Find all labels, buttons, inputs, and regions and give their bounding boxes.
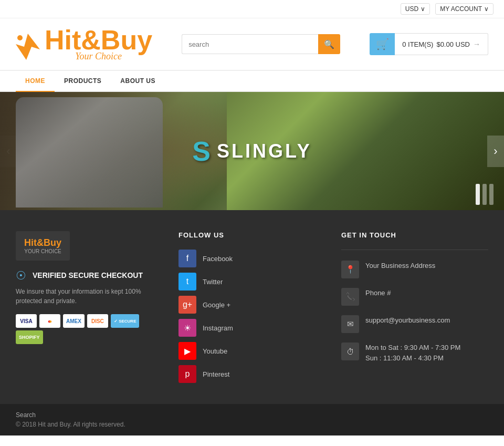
contact-phone: 📞 Phone # (341, 288, 488, 306)
phone-icon: 📞 (341, 288, 359, 306)
payment-discover: DISC (87, 314, 108, 328)
contact-email: ✉ support@yourbusiness.com (341, 315, 488, 333)
cart-items-count: 0 ITEM(S) (402, 40, 433, 48)
nav-products[interactable]: PRODUCTS (55, 71, 111, 91)
header: Hit&Buy Your Choice 🔍 🛒 0 ITEM(S) $0.00 … (0, 18, 504, 70)
hours-text: Mon to Sat : 9:30 AM - 7:30 PMSun : 11:3… (365, 343, 460, 363)
payment-amex: AMEX (63, 314, 85, 328)
shield-icon: ☉ (16, 269, 28, 282)
logo-main-text: Hit&Buy (45, 26, 152, 54)
logo-icon (16, 31, 42, 57)
slingly-s-letter: S (192, 136, 211, 167)
account-arrow: ∨ (484, 5, 489, 13)
hero-dot-3 (489, 184, 494, 205)
currency-selector[interactable]: USD ∨ (401, 3, 430, 15)
payment-secure-badge: ✓ SECURE (111, 314, 140, 328)
social-twitter[interactable]: t Twitter (178, 273, 326, 291)
address-icon: 📍 (341, 261, 359, 278)
clock-icon: ⏱ (341, 343, 359, 360)
slingly-brand-name: SLINGLY (217, 140, 312, 162)
payment-icons: VISA ●● AMEX DISC ✓ SECURE SHOPIFY (16, 314, 163, 344)
hero-scroll-indicator (476, 184, 494, 205)
footer-col-brand: Hit&Buy YOUR CHOICE ☉ VERIFIED SECURE CH… (16, 231, 178, 388)
googleplus-icon: g+ (178, 296, 196, 314)
pinterest-label: Pinterest (203, 370, 229, 378)
social-pinterest[interactable]: p Pinterest (178, 365, 326, 383)
footer-logo-box: Hit&Buy YOUR CHOICE (16, 231, 70, 261)
currency-label: USD (405, 5, 418, 13)
search-input[interactable] (182, 34, 318, 54)
email-icon: ✉ (341, 315, 359, 333)
slingly-logo: S SLINGLY (192, 136, 311, 167)
logo-area: Hit&Buy Your Choice (16, 26, 152, 62)
hero-next-button[interactable]: › (487, 136, 504, 167)
get-in-touch-title: GET IN TOUCH (341, 231, 488, 239)
social-youtube[interactable]: ▶ Youtube (178, 342, 326, 360)
search-area: 🔍 (182, 34, 340, 54)
search-button[interactable]: 🔍 (318, 34, 340, 54)
main-nav: HOME PRODUCTS ABOUT US (0, 70, 504, 92)
contact-hours: ⏱ Mon to Sat : 9:30 AM - 7:30 PMSun : 11… (341, 343, 488, 363)
follow-us-title: FOLLOW US (178, 231, 326, 239)
social-instagram[interactable]: ☀ Instagram (178, 319, 326, 337)
nav-about-us[interactable]: ABOUT US (111, 71, 165, 91)
pinterest-icon: p (178, 365, 196, 383)
twitter-icon: t (178, 273, 196, 291)
account-selector[interactable]: MY ACCOUNT ∨ (435, 3, 494, 15)
cart-info[interactable]: 0 ITEM(S) $0.00 USD → (395, 33, 488, 55)
account-label: MY ACCOUNT (440, 5, 482, 13)
hero-dot-1 (476, 184, 480, 205)
hero-shirt (16, 97, 163, 208)
cart-area: 🛒 0 ITEM(S) $0.00 USD → (370, 33, 488, 55)
verified-title: VERIFIED SECURE CHECKOUT (33, 271, 143, 279)
payment-visa: VISA (16, 314, 37, 328)
currency-arrow: ∨ (421, 5, 425, 13)
footer-copyright: © 2018 Hit and Buy. All rights reserved. (16, 421, 488, 428)
contact-address: 📍 Your Business Address (341, 261, 488, 278)
cart-total: $0.00 USD (436, 40, 470, 48)
email-text: support@yourbusiness.com (365, 315, 450, 326)
payment-shopify-badge: SHOPIFY (16, 330, 43, 344)
cart-icon: 🛒 (376, 38, 389, 50)
twitter-label: Twitter (203, 278, 223, 286)
phone-text: Phone # (365, 288, 391, 298)
footer-col-social: FOLLOW US f Facebook t Twitter g+ Google… (178, 231, 341, 388)
footer: Hit&Buy YOUR CHOICE ☉ VERIFIED SECURE CH… (0, 210, 504, 404)
footer-search-link[interactable]: Search (16, 411, 488, 419)
footer-description: We insure that your information is kept … (16, 287, 163, 306)
cart-arrow-icon: → (473, 40, 480, 48)
instagram-label: Instagram (203, 324, 233, 332)
cart-icon-button[interactable]: 🛒 (370, 33, 395, 55)
contact-divider (341, 250, 488, 250)
svg-point-1 (17, 35, 23, 40)
youtube-icon: ▶ (178, 342, 196, 360)
googleplus-label: Google + (203, 301, 230, 309)
logo-text-group: Hit&Buy Your Choice (45, 26, 152, 62)
address-text: Your Business Address (365, 261, 435, 271)
footer-logo-text: Hit&Buy (24, 237, 61, 248)
facebook-label: Facebook (203, 255, 233, 263)
hero-banner: S SLINGLY ‹ › (0, 92, 504, 210)
instagram-icon: ☀ (178, 319, 196, 337)
search-icon: 🔍 (324, 39, 334, 49)
top-bar: USD ∨ MY ACCOUNT ∨ (0, 0, 504, 18)
verified-badge: ☉ VERIFIED SECURE CHECKOUT (16, 269, 163, 282)
social-googleplus[interactable]: g+ Google + (178, 296, 326, 314)
facebook-icon: f (178, 250, 196, 267)
footer-col-contact: GET IN TOUCH 📍 Your Business Address 📞 P… (341, 231, 488, 388)
footer-logo-sub: YOUR CHOICE (24, 248, 61, 254)
youtube-label: Youtube (203, 347, 227, 355)
hero-dot-2 (482, 184, 487, 205)
payment-mastercard: ●● (39, 314, 60, 328)
social-facebook[interactable]: f Facebook (178, 250, 326, 267)
nav-home[interactable]: HOME (16, 71, 55, 92)
footer-bottom: Search © 2018 Hit and Buy. All rights re… (0, 404, 504, 435)
